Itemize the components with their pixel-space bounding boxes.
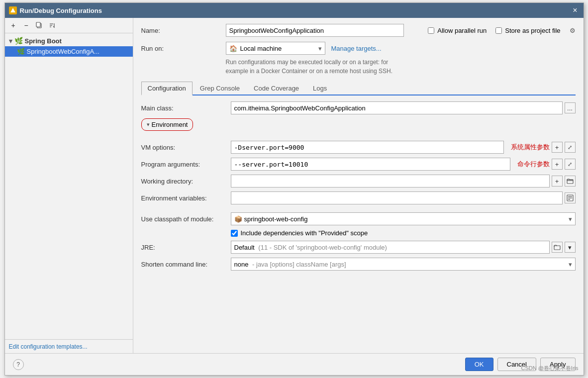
- shorten-cmd-label: Shorten command line:: [141, 261, 231, 268]
- working-dir-input[interactable]: [231, 175, 550, 188]
- ok-button[interactable]: OK: [465, 358, 493, 371]
- vm-options-label: VM options:: [141, 144, 231, 151]
- allow-parallel-label: Allow parallel run: [437, 27, 487, 34]
- allow-parallel-checkbox-row[interactable]: Allow parallel run: [428, 27, 487, 34]
- working-dir-label: Working directory:: [141, 178, 231, 185]
- main-class-input[interactable]: [231, 101, 563, 114]
- store-project-label: Store as project file: [505, 27, 560, 34]
- name-input[interactable]: [226, 24, 404, 37]
- sidebar-item-label: SpringbootWebConfigA...: [27, 48, 99, 55]
- main-panel: Name: Allow parallel run Store as projec…: [133, 18, 584, 353]
- allow-parallel-checkbox[interactable]: [428, 27, 434, 34]
- sidebar-item-springbootwebconfig[interactable]: 🌿 SpringbootWebConfigA...: [5, 46, 133, 57]
- shorten-cmd-row: Shorten command line: none - java [optio…: [141, 258, 576, 271]
- name-row: Name: Allow parallel run Store as projec…: [141, 24, 576, 37]
- environment-section-header: ▾ Environment: [141, 118, 576, 136]
- title-bar: Run/Debug Configurations ×: [5, 3, 584, 18]
- svg-rect-2: [36, 22, 40, 27]
- vm-options-input[interactable]: [231, 141, 504, 154]
- classpath-value: springboot-web-config: [244, 215, 308, 223]
- run-on-select[interactable]: 🏠 Local machine ▾: [226, 42, 325, 55]
- app-icon: [9, 6, 17, 14]
- jre-browse-button[interactable]: [552, 242, 563, 253]
- sort-config-button[interactable]: [47, 20, 58, 31]
- jre-input-wrap: Default (11 - SDK of 'springboot-web-con…: [231, 241, 576, 254]
- close-button[interactable]: ×: [571, 6, 579, 15]
- copy-config-button[interactable]: [34, 20, 45, 31]
- tab-logs[interactable]: Logs: [306, 82, 333, 94]
- vm-options-row: VM options: 系统属性参数 + ⤢: [141, 141, 576, 154]
- jre-detail: (11 - SDK of 'springboot-web-config' mod…: [258, 244, 387, 251]
- classpath-label: Use classpath of module:: [141, 215, 231, 223]
- env-vars-input[interactable]: [231, 191, 563, 204]
- jre-label: JRE:: [141, 244, 231, 251]
- tab-configuration[interactable]: Configuration: [141, 82, 193, 95]
- env-vars-input-wrap: [231, 191, 576, 204]
- add-config-button[interactable]: +: [8, 20, 19, 31]
- vm-options-add-button[interactable]: +: [552, 142, 563, 153]
- vm-options-comment: 系统属性参数: [511, 143, 550, 152]
- sidebar: + − ▾ 🌿 Spring Boot 🌿 SpringbootWebConfi…: [5, 18, 133, 353]
- module-icon: 📦: [234, 215, 242, 223]
- run-on-value: Local machine: [240, 45, 282, 52]
- main-class-row: Main class: ...: [141, 101, 576, 114]
- jre-select[interactable]: Default (11 - SDK of 'springboot-web-con…: [231, 241, 550, 254]
- program-args-input-wrap: 命令行参数 + ⤢: [231, 158, 576, 171]
- store-project-checkbox[interactable]: [495, 27, 502, 34]
- environment-toggle[interactable]: ▾ Environment: [141, 118, 194, 131]
- include-deps-row: Include dependencies with "Provided" sco…: [231, 229, 576, 237]
- environment-label: Environment: [152, 121, 188, 128]
- program-args-input[interactable]: [231, 158, 510, 171]
- program-args-row: Program arguments: 命令行参数 + ⤢: [141, 158, 576, 171]
- working-dir-browse-button[interactable]: [565, 176, 576, 187]
- sidebar-toolbar: + −: [5, 18, 133, 33]
- house-icon: 🏠: [229, 45, 237, 52]
- jre-row: JRE: Default (11 - SDK of 'springboot-we…: [141, 241, 576, 254]
- manage-targets-link[interactable]: Manage targets...: [331, 45, 382, 52]
- run-on-label: Run on:: [141, 45, 226, 52]
- chevron-down-icon: ▾: [147, 121, 150, 128]
- svg-marker-0: [10, 8, 15, 12]
- bottom-bar: ? OK Cancel Apply: [5, 353, 584, 375]
- env-vars-label: Environment variables:: [141, 194, 231, 202]
- gear-icon[interactable]: ⚙: [570, 27, 576, 34]
- hint-text: Run configurations may be executed local…: [226, 58, 574, 76]
- sidebar-group-springboot[interactable]: ▾ 🌿 Spring Boot: [5, 35, 133, 46]
- vm-options-input-wrap: 系统属性参数 + ⤢: [231, 141, 576, 154]
- edit-templates-link[interactable]: Edit configuration templates...: [9, 343, 88, 350]
- main-content: + − ▾ 🌿 Spring Boot 🌿 SpringbootWebConfi…: [5, 18, 584, 353]
- main-class-input-wrap: ...: [231, 101, 576, 114]
- env-vars-edit-button[interactable]: [565, 192, 576, 203]
- jre-value: Default: [234, 244, 255, 251]
- program-args-add-button[interactable]: +: [552, 159, 563, 170]
- remove-config-button[interactable]: −: [21, 20, 32, 31]
- dropdown-arrow-icon: ▾: [318, 45, 322, 52]
- vm-options-expand-button[interactable]: ⤢: [565, 142, 576, 153]
- store-project-checkbox-row[interactable]: Store as project file: [495, 27, 560, 34]
- include-deps-checkbox[interactable]: [231, 230, 238, 237]
- working-dir-add-button[interactable]: +: [552, 176, 563, 187]
- run-debug-dialog: Run/Debug Configurations × + − ▾ 🌿 Spri: [4, 2, 584, 376]
- tab-grep-console[interactable]: Grep Console: [194, 82, 246, 94]
- svg-rect-11: [554, 246, 560, 250]
- shorten-cmd-value: none: [234, 261, 249, 268]
- classpath-select[interactable]: 📦 springboot-web-config ▾: [231, 212, 576, 225]
- sidebar-tree: ▾ 🌿 Spring Boot 🌿 SpringbootWebConfigA..…: [5, 33, 133, 339]
- env-vars-row: Environment variables:: [141, 191, 576, 204]
- classpath-dropdown-icon: ▾: [569, 215, 572, 223]
- shorten-cmd-detail: - java [options] className [args]: [252, 261, 346, 268]
- program-args-expand-button[interactable]: ⤢: [565, 159, 576, 170]
- shorten-cmd-select[interactable]: none - java [options] className [args] ▾: [231, 258, 576, 271]
- tab-code-coverage[interactable]: Code Coverage: [247, 82, 305, 94]
- main-class-browse-button[interactable]: ...: [565, 102, 576, 113]
- working-dir-input-wrap: +: [231, 175, 576, 188]
- jre-dropdown-button[interactable]: ▾: [565, 242, 576, 253]
- help-button[interactable]: ?: [13, 359, 24, 370]
- main-class-label: Main class:: [141, 104, 231, 112]
- program-args-comment: 命令行参数: [517, 160, 550, 169]
- watermark: CSDN @卷心菜不卷Iris: [521, 365, 578, 372]
- svg-rect-6: [567, 180, 573, 184]
- run-on-row: Run on: 🏠 Local machine ▾ Manage targets…: [141, 42, 576, 55]
- config-section: Main class: ... ▾ Environment VM options…: [141, 101, 576, 275]
- program-args-label: Program arguments:: [141, 161, 231, 168]
